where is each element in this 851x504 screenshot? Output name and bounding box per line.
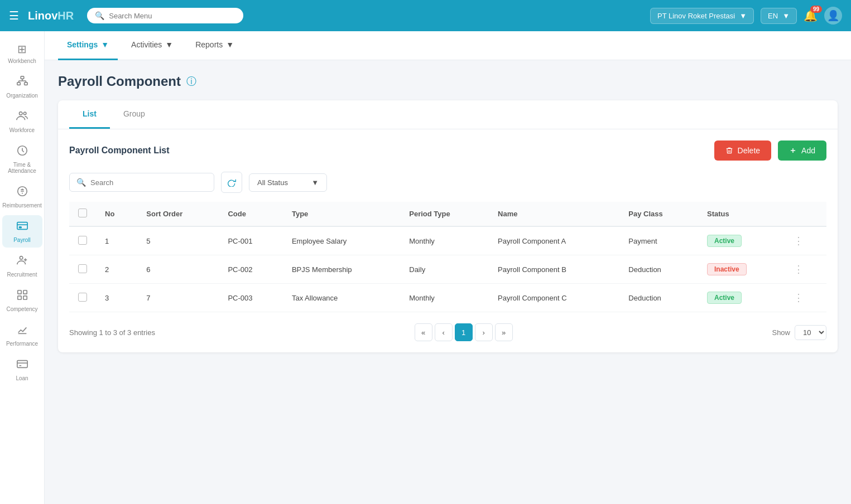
sidebar-item-label-time: Time & Attendance <box>4 162 40 174</box>
row-actions-0[interactable]: ⋮ <box>785 226 826 255</box>
table-body: 1 5 PC-001 Employee Salary Monthly Payro… <box>69 226 826 312</box>
sidebar-item-payroll[interactable]: Payroll <box>2 215 42 248</box>
user-avatar[interactable]: 👤 <box>824 7 842 25</box>
status-filter-label: All Status <box>257 178 288 187</box>
language-selector[interactable]: EN ▼ <box>761 8 797 24</box>
svg-rect-1 <box>17 83 20 85</box>
row-name-1: Payroll Component B <box>489 255 619 284</box>
page-first-button[interactable]: « <box>415 323 432 341</box>
table-title: Payroll Component List <box>69 146 170 156</box>
table-row: 3 7 PC-003 Tax Allowance Monthly Payroll… <box>69 284 826 312</box>
sidebar-item-workforce[interactable]: Workforce <box>2 105 42 138</box>
subnav-reports-label: Reports <box>195 40 223 49</box>
info-icon[interactable]: ⓘ <box>186 75 196 88</box>
row-sort-0: 5 <box>137 226 219 255</box>
tab-list[interactable]: List <box>69 100 110 129</box>
subnav-settings-label: Settings <box>67 40 98 49</box>
payroll-table: No Sort Order Code Type Period Type Name… <box>69 202 826 312</box>
sidebar: ⊞ Workbench Organization Workforce Time … <box>0 31 45 504</box>
global-search-input[interactable] <box>109 12 235 20</box>
sidebar-item-competency[interactable]: Competency <box>2 284 42 317</box>
company-name: PT Linov Roket Prestasi <box>657 12 735 20</box>
refresh-button[interactable] <box>221 172 242 193</box>
table-search-wrapper: 🔍 <box>69 173 214 192</box>
status-filter-dropdown[interactable]: All Status ▼ <box>249 173 327 192</box>
page-prev-button[interactable]: ‹ <box>435 323 453 341</box>
col-status: Status <box>698 202 785 226</box>
status-badge-1: Inactive <box>707 263 747 275</box>
row-sort-2: 7 <box>137 284 219 312</box>
workforce-icon <box>16 110 28 125</box>
col-pay-class: Pay Class <box>619 202 698 226</box>
sidebar-item-reimbursement[interactable]: Reimbursement <box>2 181 42 213</box>
time-attendance-icon <box>16 144 28 159</box>
language-dropdown-icon: ▼ <box>782 12 790 20</box>
page-1-button[interactable]: 1 <box>455 323 473 341</box>
status-badge-2: Active <box>707 292 742 304</box>
page-title-row: Payroll Component ⓘ <box>58 74 838 89</box>
row-checkbox-1 <box>69 255 96 284</box>
pagination-row: Showing 1 to 3 of 3 entries « ‹ 1 › » Sh… <box>69 323 826 341</box>
col-code: Code <box>219 202 283 226</box>
row-type-1: BPJS Membership <box>283 255 400 284</box>
col-actions <box>785 202 826 226</box>
row-code-2: PC-003 <box>219 284 283 312</box>
delete-button[interactable]: Delete <box>714 140 771 161</box>
table-row: 1 5 PC-001 Employee Salary Monthly Payro… <box>69 226 826 255</box>
sidebar-item-loan[interactable]: Loan <box>2 353 42 386</box>
row-status-1: Inactive <box>698 255 785 284</box>
page-next-button[interactable]: › <box>475 323 493 341</box>
svg-point-9 <box>23 112 26 115</box>
row-select-2[interactable] <box>78 293 87 302</box>
row-type-0: Employee Salary <box>283 226 400 255</box>
sidebar-item-label-workbench: Workbench <box>8 58 36 64</box>
row-code-1: PC-002 <box>219 255 283 284</box>
subnav-settings[interactable]: Settings ▼ <box>58 31 118 60</box>
nav-right: PT Linov Roket Prestasi ▼ EN ▼ 🔔 99 👤 <box>650 7 842 25</box>
select-all-checkbox[interactable] <box>78 209 87 217</box>
row-type-2: Tax Allowance <box>283 284 400 312</box>
row-no-2: 3 <box>96 284 137 312</box>
add-button[interactable]: Add <box>778 140 826 161</box>
page-last-button[interactable]: » <box>495 323 513 341</box>
top-navigation: ☰ LinovHR 🔍 PT Linov Roket Prestasi ▼ EN… <box>0 0 851 31</box>
row-actions-2[interactable]: ⋮ <box>785 284 826 312</box>
tab-group[interactable]: Group <box>110 100 158 129</box>
row-actions-1[interactable]: ⋮ <box>785 255 826 284</box>
sidebar-item-time-attendance[interactable]: Time & Attendance <box>2 140 42 178</box>
filter-row: 🔍 All Status ▼ <box>69 172 826 193</box>
svg-rect-2 <box>24 83 27 85</box>
sidebar-item-performance[interactable]: Performance <box>2 319 42 351</box>
sidebar-item-organization[interactable]: Organization <box>2 71 42 103</box>
svg-rect-19 <box>17 290 21 294</box>
table-header: No Sort Order Code Type Period Type Name… <box>69 202 826 226</box>
svg-rect-13 <box>17 222 27 230</box>
card-tabs: List Group <box>58 100 838 129</box>
sidebar-item-label-workforce: Workforce <box>9 127 35 133</box>
table-header-row: Payroll Component List Delete <box>69 140 826 161</box>
sidebar-item-label-reimbursement: Reimbursement <box>2 202 42 209</box>
hamburger-icon[interactable]: ☰ <box>9 9 19 22</box>
page-title: Payroll Component <box>58 74 181 89</box>
sidebar-item-recruitment[interactable]: Recruitment <box>2 250 42 282</box>
svg-rect-20 <box>23 290 26 294</box>
global-search: 🔍 <box>87 8 243 23</box>
notification-button[interactable]: 🔔 99 <box>804 9 818 22</box>
loan-icon <box>16 358 28 373</box>
subnav-activities[interactable]: Activities ▼ <box>122 31 182 60</box>
row-select-0[interactable] <box>78 236 87 245</box>
activities-dropdown-icon: ▼ <box>165 40 173 49</box>
row-select-1[interactable] <box>78 264 87 273</box>
sidebar-item-label-performance: Performance <box>6 341 38 347</box>
company-selector[interactable]: PT Linov Roket Prestasi ▼ <box>650 8 754 24</box>
show-select[interactable]: 10 25 50 <box>795 325 826 340</box>
svg-rect-22 <box>23 296 26 299</box>
plus-icon <box>789 147 797 154</box>
sidebar-item-label-loan: Loan <box>16 375 28 381</box>
page-content: Payroll Component ⓘ List Group Payroll C… <box>45 60 851 366</box>
performance-icon <box>16 323 28 338</box>
sidebar-item-workbench[interactable]: ⊞ Workbench <box>2 38 42 69</box>
subnav-reports[interactable]: Reports ▼ <box>186 31 243 60</box>
status-dropdown-icon: ▼ <box>311 178 319 187</box>
table-search-input[interactable] <box>90 178 207 187</box>
